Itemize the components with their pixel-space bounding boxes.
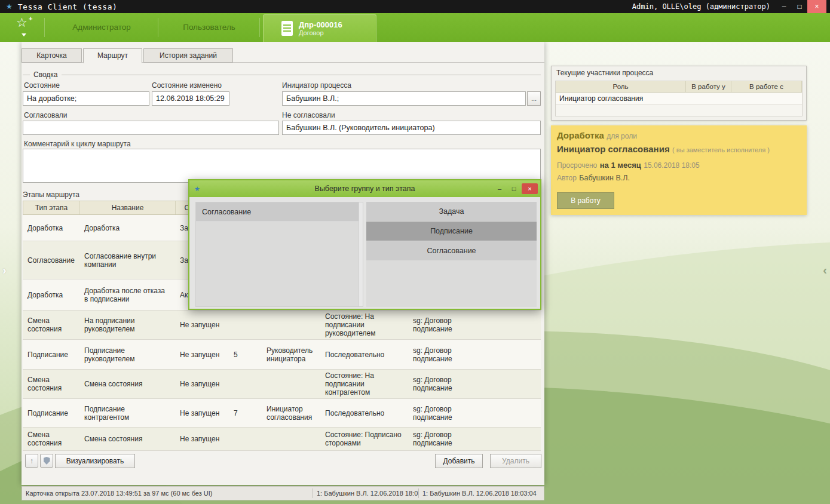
- chevron-right-icon: ›: [2, 263, 7, 276]
- stage-group: sg: Договор подписание: [408, 429, 474, 449]
- column-header-inwork[interactable]: В работе с: [731, 81, 802, 92]
- stage-mode: Состояние: На подписании контрагентом: [320, 370, 408, 398]
- comment-label: Комментарий к циклу маршрута: [24, 140, 131, 148]
- left-panel-expander[interactable]: ›: [2, 264, 7, 276]
- dialog-maximize-button[interactable]: □: [507, 183, 520, 194]
- stage-group: sg: Договор подписание: [408, 403, 474, 423]
- tab-route[interactable]: Маршрут: [83, 48, 142, 63]
- ribbon-separator: [158, 18, 158, 37]
- arrow-up-icon: ↑: [30, 457, 33, 465]
- stage-group: sg: Договор подписание: [408, 345, 474, 365]
- stage-row-6[interactable]: Смена состояния Смена состояния Не запущ…: [23, 370, 541, 399]
- stage-row-5[interactable]: Подписание Подписание руководителем Не з…: [23, 340, 541, 370]
- ribbon-separator: [259, 18, 260, 37]
- task-deputy-note: ( вы заместитель исполнителя ): [672, 146, 770, 153]
- initiator-browse-button[interactable]: ...: [527, 91, 541, 106]
- column-header-role[interactable]: Роль: [556, 81, 686, 92]
- stage-row-8[interactable]: Смена состояния Смена состояния Не запущ…: [23, 428, 541, 451]
- stage-name: Подписание контрагентом: [79, 403, 175, 423]
- column-header-type[interactable]: Тип этапа: [23, 201, 80, 214]
- close-button[interactable]: ×: [807, 0, 826, 13]
- document-tab-text: Дпр-000016 Договор: [299, 20, 342, 36]
- initiator-label: Инициатор процесса: [282, 81, 351, 90]
- dialog-close-button[interactable]: ×: [522, 183, 538, 194]
- chevron-left-icon: ‹: [823, 263, 827, 276]
- dialog-minimize-button[interactable]: –: [493, 183, 506, 194]
- status-info-1: 1: Бабушкин В.Л. 12.06.2018 18:03:04: [313, 490, 418, 497]
- stage-name: Доработка: [79, 222, 175, 234]
- move-up-button[interactable]: ↑: [25, 454, 38, 468]
- stage-num: 5: [229, 349, 262, 361]
- task-header-line: Доработка для роли: [557, 130, 802, 141]
- overdue-label: Просрочено: [557, 161, 597, 170]
- star-icon: ☆: [16, 16, 27, 30]
- tab-task-history[interactable]: История заданий: [143, 48, 233, 63]
- approved-input[interactable]: [23, 121, 279, 135]
- minimize-button[interactable]: –: [776, 0, 792, 13]
- stage-type-list: Задача Подписание Согласование: [366, 202, 537, 307]
- task-author-line: Автор Бабушкин В.Л.: [557, 172, 802, 183]
- state-input[interactable]: [23, 91, 149, 106]
- window-titlebar: ★ Tessa Client (tessa) Admin, OLLE\oleg …: [0, 0, 830, 13]
- group-list-scrollbar[interactable]: [359, 202, 363, 306]
- stage-name: Доработка после отказа в подписании: [79, 285, 175, 305]
- take-to-work-button[interactable]: В работу: [557, 192, 614, 209]
- add-stage-button[interactable]: Добавить: [435, 454, 483, 468]
- task-role: Инициатор согласования: [557, 144, 670, 154]
- participants-table-header: Роль В работу у В работе с: [556, 81, 802, 93]
- stage-role: Инициатор согласования: [262, 403, 320, 423]
- participants-panel: Текущие участники процесса Роль В работу…: [551, 66, 807, 121]
- approved-label: Согласовали: [24, 111, 68, 119]
- stage-group-list: Согласование: [195, 202, 363, 307]
- stage-state: Не запущен: [175, 378, 229, 390]
- new-card-button[interactable]: ☆ +: [11, 14, 39, 41]
- stage-filler: [474, 437, 541, 441]
- remove-stage-button[interactable]: Удалить: [490, 454, 541, 468]
- stage-state: Не запущен: [175, 433, 229, 445]
- state-changed-input[interactable]: [152, 91, 229, 106]
- maximize-button[interactable]: □: [792, 0, 807, 13]
- stage-type-item-soglasovanie[interactable]: Согласование: [366, 241, 537, 260]
- stage-row-4[interactable]: Смена состояния На подписании руководите…: [23, 311, 541, 340]
- stage-role: [262, 437, 320, 441]
- status-info-2: 1: Бабушкин В.Л. 12.06.2018 18:03:04: [419, 490, 544, 497]
- stage-row-7[interactable]: Подписание Подписание контрагентом Не за…: [23, 399, 541, 428]
- stage-role: Руководитель инициатора: [262, 345, 320, 365]
- right-panel-expander[interactable]: ‹: [823, 264, 827, 276]
- stage-mode: Последовательно: [320, 407, 408, 419]
- plus-icon: +: [29, 15, 32, 22]
- task-kind: Доработка: [557, 130, 604, 140]
- ribbon-tab-user[interactable]: Пользователь: [163, 13, 256, 42]
- stage-group-item-soglasovanie[interactable]: Согласование: [196, 202, 363, 222]
- stage-state: Не запущен: [175, 407, 229, 419]
- document-type: Договор: [299, 29, 342, 36]
- permissions-button[interactable]: [40, 454, 53, 468]
- task-role-line: Инициатор согласования ( вы заместитель …: [557, 144, 802, 155]
- visualize-button[interactable]: Визуализировать: [55, 454, 135, 468]
- stage-num: [229, 437, 262, 441]
- shield-icon: [44, 457, 50, 465]
- stage-group: sg: Договор подписание: [408, 315, 474, 335]
- column-header-assigned[interactable]: В работу у: [686, 81, 731, 92]
- stage-type: Доработка: [23, 222, 79, 234]
- author-name: Бабушкин В.Л.: [579, 174, 630, 182]
- not-approved-input[interactable]: [282, 121, 541, 135]
- ribbon-separator: [44, 18, 45, 37]
- ribbon-tab-administrator[interactable]: Администратор: [48, 13, 155, 42]
- column-header-name[interactable]: Название: [80, 201, 176, 214]
- task-overdue-line: Просрочено на 1 месяц 15.06.2018 18:05: [557, 159, 802, 170]
- stage-type: Подписание: [23, 407, 79, 419]
- stage-role: [262, 323, 320, 327]
- dialog-title: Выберите группу и тип этапа: [189, 185, 540, 193]
- window-title: Tessa Client (tessa): [18, 2, 118, 11]
- stage-role: [262, 382, 320, 386]
- stage-type-item-podpisanie[interactable]: Подписание: [366, 222, 537, 241]
- chevron-down-icon: [22, 33, 26, 36]
- ribbon-tab-document-active[interactable]: Дпр-000016 Договор: [263, 14, 376, 42]
- comment-textarea[interactable]: [23, 149, 541, 183]
- tab-card[interactable]: Карточка: [22, 48, 82, 63]
- initiator-input[interactable]: [282, 91, 526, 106]
- participant-row[interactable]: Инициатор согласования: [556, 93, 802, 105]
- stage-type-item-zadacha[interactable]: Задача: [366, 202, 537, 221]
- participants-table: Роль В работу у В работе с Инициатор сог…: [555, 81, 803, 116]
